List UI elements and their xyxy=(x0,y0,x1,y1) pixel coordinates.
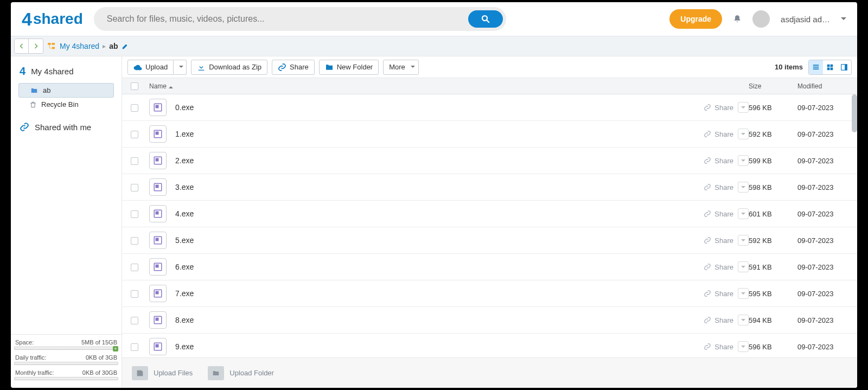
file-modified: 09-07-2023 xyxy=(797,290,852,298)
logo-text: shared xyxy=(33,10,83,28)
upload-folder-button[interactable]: Upload Folder xyxy=(208,366,274,380)
table-row[interactable]: 8.exeShare594 KB09-07-2023 xyxy=(122,307,857,334)
row-share-dropdown[interactable] xyxy=(738,102,749,113)
row-share-label: Share xyxy=(714,290,733,298)
upload-files-button[interactable]: Upload Files xyxy=(132,366,193,380)
search-box[interactable] xyxy=(94,7,506,31)
share-button[interactable]: Share xyxy=(272,60,315,75)
folder-icon xyxy=(30,87,39,94)
add-space-icon[interactable]: + xyxy=(113,346,118,351)
upload-button[interactable]: Upload xyxy=(127,60,174,75)
table-row[interactable]: 6.exeShare591 KB09-07-2023 xyxy=(122,254,857,280)
logo[interactable]: 4shared xyxy=(22,9,83,30)
column-modified-header[interactable]: Modified xyxy=(797,82,852,90)
svg-rect-32 xyxy=(156,291,159,295)
table-row[interactable]: 1.exeShare592 KB09-07-2023 xyxy=(122,121,857,148)
svg-line-1 xyxy=(487,20,489,23)
row-share-label: Share xyxy=(714,236,733,245)
caret-down-icon xyxy=(741,319,745,323)
link-icon xyxy=(704,343,711,350)
stat-monthly-bar xyxy=(14,377,118,380)
scrollbar[interactable] xyxy=(852,94,857,132)
row-checkbox[interactable] xyxy=(131,157,138,165)
table-row[interactable]: 7.exeShare595 KB09-07-2023 xyxy=(122,280,857,307)
view-toggle xyxy=(808,60,852,75)
pencil-icon[interactable] xyxy=(122,42,129,50)
row-share-button[interactable]: Share xyxy=(704,316,733,324)
file-size: 596 KB xyxy=(749,343,797,351)
more-label: More xyxy=(389,63,405,71)
table-row[interactable]: 4.exeShare601 KB09-07-2023 xyxy=(122,201,857,227)
arrow-left-icon xyxy=(18,43,25,49)
nav-forward-button[interactable] xyxy=(29,39,43,53)
avatar[interactable] xyxy=(752,10,770,28)
row-share-dropdown[interactable] xyxy=(738,288,749,299)
column-name-header[interactable]: Name xyxy=(149,82,689,90)
download-zip-label: Download as Zip xyxy=(209,63,261,71)
row-share-dropdown[interactable] xyxy=(738,261,749,272)
row-share-button[interactable]: Share xyxy=(704,343,733,351)
select-all-checkbox[interactable] xyxy=(131,82,138,90)
row-share-dropdown[interactable] xyxy=(738,129,749,139)
link-icon xyxy=(704,104,711,111)
row-checkbox[interactable] xyxy=(131,317,138,324)
row-share-button[interactable]: Share xyxy=(704,263,733,271)
nav-back-button[interactable] xyxy=(15,39,29,53)
row-share-dropdown[interactable] xyxy=(738,315,749,325)
row-share-button[interactable]: Share xyxy=(704,157,733,165)
row-share-button[interactable]: Share xyxy=(704,104,733,112)
table-row[interactable]: 5.exeShare592 KB09-07-2023 xyxy=(122,227,857,254)
row-share-dropdown[interactable] xyxy=(738,208,749,219)
upload-dropdown[interactable] xyxy=(174,60,187,75)
user-menu-caret-icon[interactable] xyxy=(841,17,846,23)
file-name: 4.exe xyxy=(175,209,194,218)
row-checkbox[interactable] xyxy=(131,264,138,271)
row-share-button[interactable]: Share xyxy=(704,290,733,298)
view-list-button[interactable] xyxy=(809,60,823,74)
sidebar-home[interactable]: 4 My 4shared xyxy=(16,62,116,83)
row-share-label: Share xyxy=(714,343,733,351)
new-folder-button[interactable]: New Folder xyxy=(319,60,379,75)
link-icon xyxy=(704,183,711,191)
search-button[interactable] xyxy=(468,10,503,28)
table-row[interactable]: 2.exeShare599 KB09-07-2023 xyxy=(122,148,857,174)
more-button[interactable]: More xyxy=(383,60,419,75)
table-row[interactable]: 0.exeShare596 KB09-07-2023 xyxy=(122,94,857,121)
bell-icon[interactable] xyxy=(733,15,742,23)
view-grid-button[interactable] xyxy=(823,60,837,74)
logo-4-icon: 4 xyxy=(22,9,32,30)
sidebar-shared[interactable]: Shared with me xyxy=(11,116,122,138)
row-share-button[interactable]: Share xyxy=(704,183,733,191)
upgrade-button[interactable]: Upgrade xyxy=(669,9,722,29)
row-checkbox[interactable] xyxy=(131,343,138,351)
row-checkbox[interactable] xyxy=(131,290,138,298)
row-share-button[interactable]: Share xyxy=(704,236,733,245)
table-row[interactable]: 9.exeShare596 KB09-07-2023 xyxy=(122,334,857,357)
row-checkbox[interactable] xyxy=(131,131,138,138)
search-input[interactable] xyxy=(107,14,506,24)
row-share-dropdown[interactable] xyxy=(738,182,749,193)
svg-rect-8 xyxy=(813,65,819,66)
stat-daily-label: Daily traffic: xyxy=(15,354,46,361)
row-share-dropdown[interactable] xyxy=(738,235,749,246)
row-checkbox[interactable] xyxy=(131,184,138,191)
sidebar-item-ab[interactable]: ab xyxy=(18,83,114,98)
file-name: 3.exe xyxy=(175,183,194,191)
row-checkbox[interactable] xyxy=(131,237,138,245)
download-zip-button[interactable]: Download as Zip xyxy=(191,60,267,75)
view-sidebar-button[interactable] xyxy=(837,60,851,74)
row-checkbox[interactable] xyxy=(131,104,138,112)
sidebar-item-recycle-bin[interactable]: Recycle Bin xyxy=(18,98,114,111)
row-share-button[interactable]: Share xyxy=(704,130,733,138)
breadcrumb-root[interactable]: My 4shared xyxy=(60,42,99,50)
column-size-header[interactable]: Size xyxy=(749,82,797,90)
row-checkbox[interactable] xyxy=(131,210,138,218)
user-name-label[interactable]: asdjasid ad… xyxy=(781,15,830,24)
cloud-upload-icon xyxy=(133,63,142,72)
row-share-dropdown[interactable] xyxy=(738,155,749,166)
row-share-dropdown[interactable] xyxy=(738,341,749,352)
share-label: Share xyxy=(290,63,309,71)
table-row[interactable]: 3.exeShare598 KB09-07-2023 xyxy=(122,174,857,201)
row-share-button[interactable]: Share xyxy=(704,210,733,218)
caret-down-icon xyxy=(741,159,745,164)
